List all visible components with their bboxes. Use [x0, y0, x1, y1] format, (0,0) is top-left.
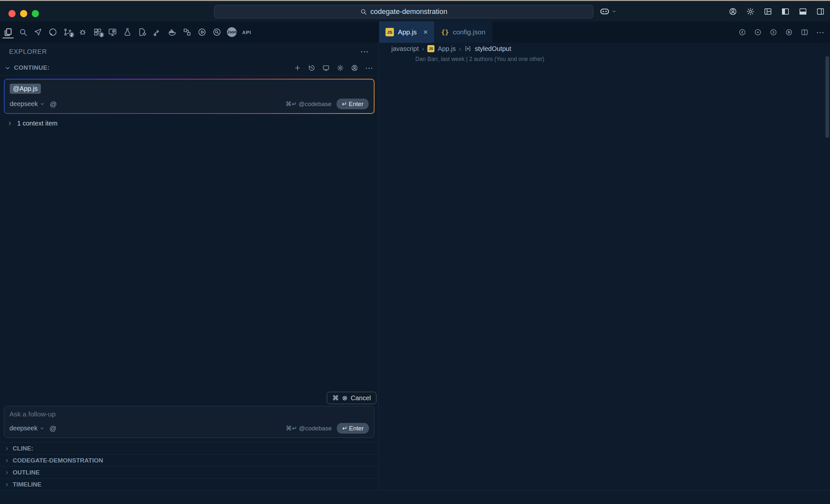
- copilot-menu[interactable]: [599, 6, 617, 17]
- activity-api-label[interactable]: API: [242, 25, 252, 39]
- chevron-down-icon: [40, 101, 45, 106]
- sidebar: EXPLORER ⋯ CONTINUE: ⋯ @App.js deepseek …: [0, 43, 379, 491]
- section-timeline[interactable]: TIMELINE: [0, 478, 378, 491]
- section-label: CODEGATE-DEMONSTRATION: [13, 457, 103, 464]
- section-codegate-demonstration[interactable]: CODEGATE-DEMONSTRATION: [0, 454, 378, 466]
- account-icon[interactable]: [729, 7, 737, 16]
- activity-search-circle-icon[interactable]: [212, 25, 222, 39]
- beaker-icon: [123, 28, 132, 37]
- tab-configjson[interactable]: {} config.json: [435, 22, 492, 43]
- copilot-icon: [599, 6, 610, 17]
- activity-debug-icon[interactable]: [78, 25, 88, 39]
- github-icon: [48, 28, 57, 37]
- activity-source-control-icon[interactable]: 2: [63, 25, 73, 39]
- badge: 2: [68, 31, 75, 38]
- section-label: TIMELINE: [13, 481, 41, 488]
- code-editor[interactable]: javascript › JS App.js › styledOutput Da…: [379, 43, 830, 491]
- gear-icon[interactable]: [746, 7, 755, 16]
- enter-button[interactable]: ↵ Enter: [337, 99, 369, 109]
- activity-json-badge[interactable]: Json: [227, 25, 237, 39]
- history-icon[interactable]: [308, 64, 316, 72]
- cancel-button[interactable]: ⌘ ⊗ Cancel: [327, 392, 376, 404]
- ports-icon: [183, 28, 192, 37]
- breadcrumb[interactable]: javascript › JS App.js › styledOutput: [379, 43, 830, 55]
- editor-action-icons: ⋯: [738, 22, 824, 43]
- model-selector[interactable]: deepseek: [10, 100, 45, 108]
- panel-right-icon[interactable]: [816, 7, 825, 16]
- badge: 3: [98, 31, 105, 38]
- add-context-icon[interactable]: @: [50, 100, 57, 108]
- activity-search-icon[interactable]: [18, 25, 28, 39]
- git-codelens[interactable]: Dan Barr, last week | 2 authors (You and…: [379, 55, 830, 64]
- activity-github-icon[interactable]: [48, 25, 58, 39]
- breadcrumb-folder[interactable]: javascript: [391, 45, 419, 53]
- breadcrumb-file[interactable]: App.js: [438, 45, 456, 53]
- chat-input-box[interactable]: @App.js deepseek @ ⌘↵ @codebase ↵ Enter: [4, 79, 375, 114]
- account-icon[interactable]: [351, 64, 358, 72]
- explorer-more-icon[interactable]: ⋯: [360, 48, 369, 56]
- back-circle-icon[interactable]: [738, 28, 746, 36]
- minimize-button[interactable]: [20, 10, 27, 17]
- play-circle-icon: [197, 28, 206, 37]
- continue-section-header[interactable]: CONTINUE: ⋯: [0, 60, 378, 75]
- tab-appjs[interactable]: JS App.js ×: [379, 22, 435, 43]
- file-settings-icon: [138, 28, 147, 37]
- gear-icon[interactable]: [337, 64, 344, 72]
- cancel-label: Cancel: [351, 395, 371, 402]
- files-icon: [4, 28, 13, 37]
- chevron-right-icon: [4, 482, 9, 487]
- context-chip-appjs[interactable]: @App.js: [10, 84, 41, 94]
- enter-button[interactable]: ↵ Enter: [337, 423, 369, 434]
- activity-ports-icon[interactable]: [182, 25, 192, 39]
- activity-docker-icon[interactable]: [167, 25, 177, 39]
- continue-title: CONTINUE:: [14, 64, 50, 71]
- activity-beaker-icon[interactable]: [123, 25, 132, 39]
- plus-icon[interactable]: [294, 64, 301, 72]
- explorer-header: EXPLORER ⋯: [0, 43, 378, 60]
- js-file-icon: JS: [427, 45, 435, 52]
- chevron-right-icon: [4, 446, 9, 451]
- run-circle-icon[interactable]: [785, 28, 793, 36]
- activity-extensions-icon[interactable]: 3: [93, 25, 102, 39]
- model-label: deepseek: [10, 100, 38, 108]
- breadcrumb-symbol[interactable]: styledOutput: [475, 45, 511, 53]
- circle-icon[interactable]: [754, 28, 762, 36]
- js-file-icon: JS: [385, 28, 394, 36]
- search-icon: [360, 8, 367, 15]
- command-center-search[interactable]: codegate-demonstration: [214, 5, 593, 19]
- titlebar-actions: [729, 7, 825, 16]
- continue-icon: [33, 28, 42, 37]
- model-selector[interactable]: deepseek: [9, 424, 44, 432]
- section-cline[interactable]: CLINE:: [0, 442, 378, 454]
- activity-file-settings-icon[interactable]: [137, 25, 147, 39]
- forward-circle-icon[interactable]: [769, 28, 777, 36]
- followup-input-box[interactable]: Ask a follow-up deepseek @ ⌘↵ @codebase …: [4, 406, 375, 438]
- ellipsis-icon[interactable]: ⋯: [365, 64, 373, 72]
- ellipsis-txt[interactable]: ⋯: [816, 28, 824, 36]
- chevron-down-icon: [4, 65, 11, 71]
- context-items-toggle[interactable]: 1 context item: [0, 114, 378, 131]
- search-icon: [19, 28, 28, 37]
- editor-scrollbar[interactable]: [826, 57, 829, 137]
- zoom-button[interactable]: [32, 10, 39, 17]
- cmd-key-icon: ⌘: [332, 394, 339, 402]
- activity-share-icon[interactable]: [152, 25, 162, 39]
- panel-left-icon[interactable]: [781, 7, 790, 16]
- screen-icon[interactable]: [322, 64, 330, 72]
- debug-icon: [78, 28, 87, 37]
- split-icon[interactable]: [800, 28, 808, 36]
- activity-bar: 23JsonAPI: [3, 22, 252, 43]
- activity-files-icon[interactable]: [3, 25, 13, 39]
- close-button[interactable]: [8, 10, 15, 17]
- add-context-icon[interactable]: @: [50, 424, 56, 432]
- activity-continue-icon[interactable]: [33, 25, 43, 39]
- backspace-key-icon: ⊗: [342, 394, 348, 402]
- layout-icon[interactable]: [764, 7, 772, 16]
- section-outline[interactable]: OUTLINE: [0, 466, 378, 478]
- activity-remote-explorer-icon[interactable]: [108, 25, 117, 39]
- title-bar: codegate-demonstration: [0, 0, 830, 22]
- close-tab-icon[interactable]: ×: [423, 28, 428, 37]
- vscode-window: codegate-demonstration 23JsonAPI JS App.…: [0, 0, 830, 504]
- panel-bottom-icon[interactable]: [799, 7, 807, 16]
- activity-play-circle-icon[interactable]: [197, 25, 207, 39]
